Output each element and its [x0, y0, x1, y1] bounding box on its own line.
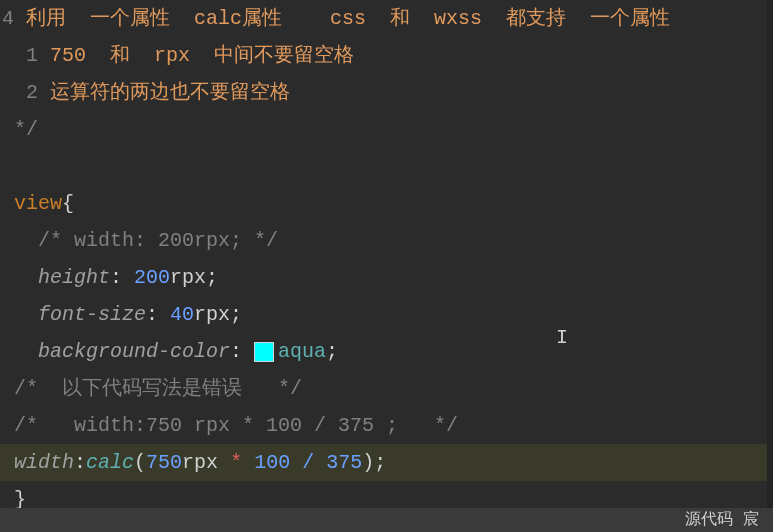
css-value-number: 40 [170, 297, 194, 333]
code-line[interactable]: background-color: aqua; [0, 333, 773, 370]
css-value-keyword: aqua [278, 334, 326, 370]
scrollbar[interactable] [767, 0, 773, 508]
code-line[interactable]: 1 750 和 rpx 中间不要留空格 [0, 37, 773, 74]
operator: / [302, 445, 314, 481]
comment-text: 运算符的两边也不要留空格 [50, 75, 290, 111]
css-unit: rpx [182, 445, 218, 481]
css-property: background-color [38, 334, 230, 370]
comment-text: 2 [2, 75, 50, 111]
comment-text: 1 [2, 38, 50, 74]
code-line[interactable]: 4 利用 一个属性 calc属性 css 和 wxss 都支持 一个属性 [0, 0, 773, 37]
css-unit: rpx [170, 260, 206, 296]
css-value-number: 200 [134, 260, 170, 296]
color-swatch-icon[interactable] [254, 342, 274, 362]
paren-open: ( [134, 445, 146, 481]
css-property: width [14, 445, 74, 481]
colon: : [146, 297, 158, 333]
operator: * [230, 445, 242, 481]
css-unit: rpx [194, 297, 230, 333]
css-value-number: 100 [254, 445, 290, 481]
colon: : [74, 445, 86, 481]
selector: view [14, 186, 62, 222]
colon: : [110, 260, 122, 296]
code-line-active[interactable]: width:calc(750rpx * 100 / 375); [0, 444, 773, 481]
semicolon: ; [230, 297, 242, 333]
status-encoding-label[interactable]: 源代码 宸 [685, 506, 759, 532]
code-editor[interactable]: 4 利用 一个属性 calc属性 css 和 wxss 都支持 一个属性 1 7… [0, 0, 773, 532]
comment-text: /* width:750 rpx * 100 / 375 ; */ [14, 408, 458, 444]
code-line[interactable]: view{ [0, 185, 773, 222]
code-line[interactable]: font-size: 40rpx; [0, 296, 773, 333]
semicolon: ; [206, 260, 218, 296]
comment-text: 750 和 rpx 中间不要留空格 [50, 38, 354, 74]
comment-text: 利用 一个属性 calc属性 css 和 wxss 都支持 一个属性 [26, 1, 670, 37]
semicolon: ; [326, 334, 338, 370]
code-line[interactable]: height: 200rpx; [0, 259, 773, 296]
comment-close: */ [14, 112, 38, 148]
comment-text: /* 以下代码写法是错误 */ [14, 371, 302, 407]
code-line[interactable]: 2 运算符的两边也不要留空格 [0, 74, 773, 111]
colon: : [230, 334, 242, 370]
semicolon: ; [374, 445, 386, 481]
paren-close: ) [362, 445, 374, 481]
code-line[interactable]: */ [0, 111, 773, 148]
comment-close [2, 112, 14, 148]
code-line[interactable]: /* width:750 rpx * 100 / 375 ; */ [0, 407, 773, 444]
code-line-blank[interactable] [0, 148, 773, 185]
css-property: font-size [38, 297, 146, 333]
brace-open: { [62, 186, 74, 222]
css-value-number: 750 [146, 445, 182, 481]
comment-text: /* width: 200rpx; */ [38, 223, 278, 259]
code-line[interactable]: /* 以下代码写法是错误 */ [0, 370, 773, 407]
comment-text: 4 [2, 1, 26, 37]
css-property: height [38, 260, 110, 296]
status-bar: 源代码 宸 [0, 508, 773, 532]
css-value-number: 375 [326, 445, 362, 481]
code-line[interactable]: /* width: 200rpx; */ [0, 222, 773, 259]
css-function: calc [86, 445, 134, 481]
